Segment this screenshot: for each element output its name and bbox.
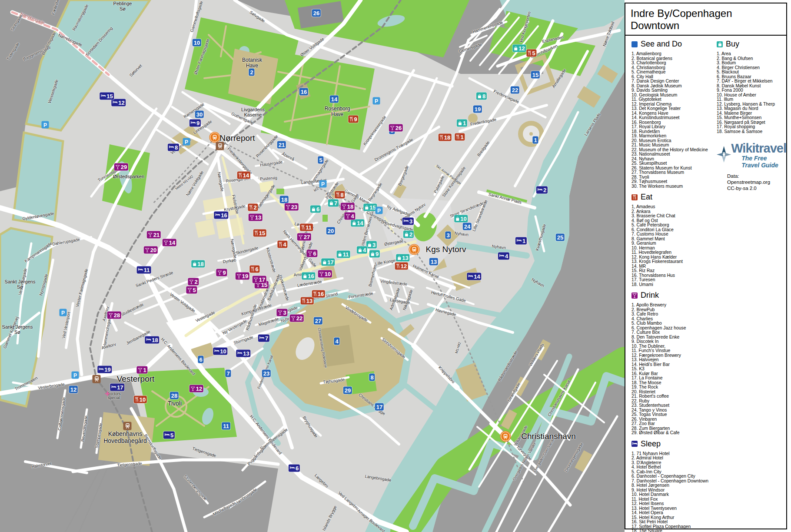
- legend-item-drink-7: 7. Culture Box: [631, 330, 717, 335]
- legend-column-right: Buy1. Area2. Bang & Olufsen3. Bodum4. Bi…: [717, 36, 786, 191]
- legend-item-eat-9: 9. Geranium: [631, 241, 717, 246]
- legend-item-buy-7: 7. DAY - Birger et Mikkelsen: [717, 79, 786, 84]
- data-attribution-line: Openstreetmap.org: [727, 179, 786, 185]
- data-attribution: Data:Openstreetmap.orgCC-by-sa 2.0: [727, 173, 786, 191]
- legend-item-drink-11: 11. Funch's Vinstue: [631, 349, 717, 353]
- legend-item-eat-7: 7. Customs House: [631, 232, 717, 237]
- legend-item-see_and_do-13: 13. Det Kongelige Teater: [631, 106, 717, 111]
- wikitravel-compass-icon: [717, 140, 731, 169]
- legend-item-see_and_do-29: 29. Tøjhusmuseet: [631, 180, 717, 184]
- legend-item-sleep-6: 6. Danhostel - Copenhagen City: [631, 474, 717, 479]
- legend-label-sleep: Sleep: [641, 439, 661, 449]
- legend-item-sleep-14: 14. Hotel Opera: [631, 511, 717, 515]
- legend-item-see_and_do-27: 27. Thorvaldsens Museum: [631, 170, 717, 175]
- legend-item-eat-11: 11. Hovedtelegrafen: [631, 250, 717, 255]
- wikitravel-logo: Wikitravel The Free Travel Guide Data:Op…: [717, 140, 786, 191]
- sleep-legend-icon: [631, 441, 638, 447]
- legend-item-see_and_do-11: 11. Glyptoteket: [631, 97, 717, 102]
- legend-item-drink-21: 21. Robert's coffee: [631, 394, 717, 399]
- drink-legend-icon: [631, 293, 638, 299]
- legend-item-see_and_do-5: 5. Cinematheque: [631, 70, 717, 75]
- legend-item-sleep-10: 10. Hotel Danmark: [631, 492, 717, 497]
- legend-header-drink: Drink: [631, 291, 717, 300]
- legend-section-sleep: Sleep1. 71 Nyhavn Hotel2. Admiral Hotel3…: [631, 439, 717, 532]
- legend-item-drink-15: 15. K3: [631, 367, 717, 372]
- legend-item-sleep-2: 2. Admiral Hotel: [631, 456, 717, 461]
- legend-item-sleep-8: 8. Hotel Jørgensen: [631, 483, 717, 488]
- legend-item-buy-15: 15. Munthe+Simonsen: [717, 116, 786, 120]
- legend-item-see_and_do-21: 21. Music Museum: [631, 143, 717, 148]
- legend-item-buy-11: 11. Illum: [717, 97, 786, 102]
- legend-column-left: See and Do1. Amalienborg2. Botanical gar…: [631, 36, 717, 532]
- legend-item-drink-27: 27. Zoo Bar: [631, 422, 717, 426]
- see_and_do-legend-icon: [631, 41, 638, 47]
- legend-item-eat-15: 15. Riz Raz: [631, 269, 717, 273]
- legend-item-drink-5: 5. Club Mambo: [631, 321, 717, 326]
- wikitravel-tagline: The Free Travel Guide: [741, 155, 786, 169]
- buy-legend-icon: [717, 41, 723, 47]
- legend-header-buy: Buy: [717, 40, 786, 49]
- legend-item-sleep-4: 4. Hotel Bethel: [631, 465, 717, 470]
- legend-item-drink-1: 1. Apollo Brewery: [631, 303, 717, 308]
- legend-item-sleep-18: 18. The Square: [631, 529, 717, 532]
- legend-item-eat-13: 13. Krogs Fiskerestaurant: [631, 259, 717, 264]
- legend-item-see_and_do-30: 30. The Workers museum: [631, 184, 717, 189]
- legend-label-eat: Eat: [641, 193, 652, 202]
- map-canvas: [0, 0, 625, 532]
- legend-item-drink-9: 9. Discotek In: [631, 339, 717, 344]
- legend-item-eat-18: 18. Umami: [631, 283, 717, 287]
- legend-section-buy: Buy1. Area2. Bang & Olufsen3. Bodum4. Bi…: [717, 40, 786, 134]
- legend-item-see_and_do-7: 7. Dansk Design Center: [631, 79, 717, 84]
- legend-item-buy-5: 5. Blackout: [717, 70, 786, 75]
- data-attribution-line: Data:: [727, 173, 786, 179]
- data-attribution-line: CC-by-sa 2.0: [727, 185, 786, 191]
- legend-item-see_and_do-17: 17. Royal Library: [631, 125, 717, 130]
- legend-item-eat-1: 1, Amadeus: [631, 205, 717, 209]
- legend-header-sleep: Sleep: [631, 439, 717, 449]
- legend-item-drink-13: 13. Halvvejen: [631, 358, 717, 362]
- legend-item-drink-23: 23. Studenterhuset: [631, 403, 717, 408]
- legend-item-see_and_do-15: 14. Kunstindustrimuseet: [631, 116, 717, 120]
- legend-item-drink-17: 17. La Fontaine: [631, 376, 717, 381]
- legend-label-buy: Buy: [726, 40, 739, 49]
- legend-item-drink-19: 19. The Rock: [631, 385, 717, 390]
- legend-label-see_and_do: See and Do: [641, 40, 682, 49]
- legend-item-drink-25: 25. Togas Vinstue: [631, 412, 717, 417]
- legend-item-buy-1: 1. Area: [717, 52, 786, 57]
- legend-section-see_and_do: See and Do1. Amalienborg2. Botanical gar…: [631, 40, 717, 189]
- legend-item-sleep-12: 12. Hotel Ibsens: [631, 502, 717, 506]
- legend-section-eat: Eat1, Amadeus2. Ankara3. Brasserie Chit …: [631, 193, 717, 287]
- legend-item-see_and_do-3: 3. Charlottenborg: [631, 61, 717, 66]
- legend-item-buy-18: 18. Samsoe & Samsoe: [717, 130, 786, 134]
- legend-item-buy-17: 17. Royal shopping: [717, 125, 786, 130]
- legend-item-see_and_do-25: 25. Skuespilhuset: [631, 161, 717, 166]
- legend-item-eat-3: 3. Brasserie Chit Chat: [631, 214, 717, 219]
- legend-item-sleep-16: 16. Skt Petri Hotel: [631, 520, 717, 525]
- legend-section-drink: Drink1. Apollo Brewery2. BrewPub3. Cafe …: [631, 291, 717, 436]
- eat-legend-icon: [631, 194, 638, 200]
- legend-panel: Indre By/Copenhagen Downtown See and Do1…: [625, 3, 787, 529]
- legend-item-eat-17: 17. Turesen: [631, 278, 717, 283]
- wikitravel-wordmark: Wikitravel: [731, 143, 786, 154]
- legend-item-see_and_do-23: 23. Nationalmuseet: [631, 152, 717, 157]
- legend-item-drink-29: 29. Ørsted Ølbar & Cafe: [631, 431, 717, 436]
- map-screenshot: NørrebrogadeNørrebrogadeSortedam Dosseri…: [0, 0, 791, 532]
- legend-label-drink: Drink: [641, 291, 659, 300]
- page-title: Indre By/Copenhagen Downtown: [625, 3, 786, 36]
- legend-item-drink-3: 3. Cafe Retro: [631, 312, 717, 317]
- legend-item-buy-3: 3. Bodum: [717, 61, 786, 66]
- legend-item-see_and_do-9: 9. Davids Samling: [631, 88, 717, 93]
- legend-header-eat: Eat: [631, 193, 717, 202]
- legend-item-see_and_do-1: 1. Amalienborg: [631, 52, 717, 57]
- legend-item-see_and_do-19: 19. Marmorkirken: [631, 134, 717, 139]
- legend-item-buy-9: 9. Fona 2000: [717, 88, 786, 93]
- legend-item-buy-13: 13. Magasin du Nord: [717, 106, 786, 111]
- legend-item-eat-5: 5. Café Petersborg: [631, 223, 717, 228]
- legend-header-see_and_do: See and Do: [631, 40, 717, 49]
